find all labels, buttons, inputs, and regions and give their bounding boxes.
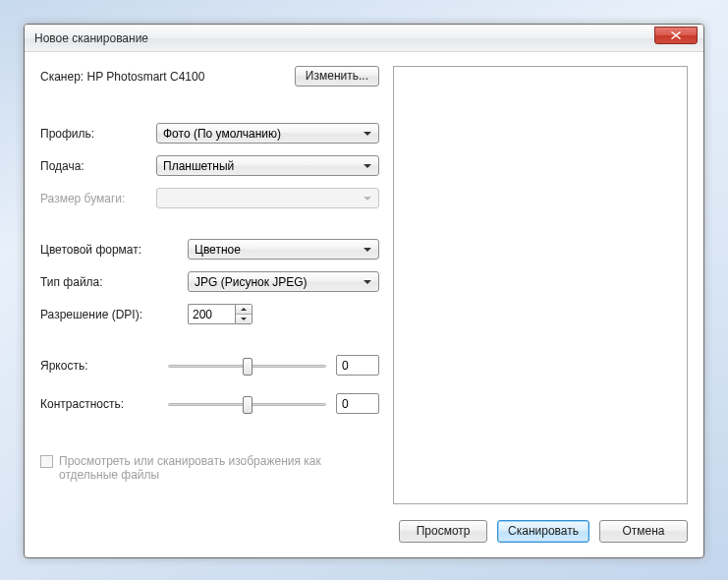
paper-row: Размер бумаги: (40, 188, 379, 208)
spin-down-button[interactable] (236, 314, 252, 323)
profile-value: Фото (По умолчанию) (163, 127, 364, 141)
source-value: Планшетный (163, 159, 364, 173)
titlebar[interactable]: Новое сканирование (25, 25, 703, 52)
divider (40, 224, 379, 225)
resolution-spinner[interactable] (188, 304, 254, 324)
settings-panel: Сканер: HP Photosmart C4100 Изменить... … (40, 66, 379, 504)
chevron-down-icon (364, 132, 371, 136)
spin-up-button[interactable] (236, 305, 252, 314)
separate-files-row: Просмотреть или сканировать изображения … (40, 454, 379, 482)
color-label: Цветовой формат: (40, 243, 188, 257)
scan-dialog: Новое сканирование Сканер: HP Photosmart… (24, 24, 704, 558)
chevron-down-icon (364, 248, 371, 252)
chevron-down-icon (364, 164, 371, 168)
contrast-slider[interactable] (168, 394, 326, 414)
chevron-down-icon (364, 197, 371, 201)
contrast-label: Контрастность: (40, 397, 168, 411)
scanner-label: Сканер: HP Photosmart C4100 (40, 70, 295, 84)
paper-combo (156, 188, 379, 208)
preview-pane[interactable] (393, 66, 688, 504)
paper-label: Размер бумаги: (40, 192, 156, 205)
contrast-value[interactable]: 0 (336, 393, 379, 414)
profile-combo[interactable]: Фото (По умолчанию) (156, 123, 379, 144)
divider (40, 108, 379, 109)
resolution-input[interactable] (188, 304, 235, 324)
contrast-row: Контрастность: 0 (40, 393, 379, 414)
content-area: Сканер: HP Photosmart C4100 Изменить... … (25, 52, 703, 514)
brightness-row: Яркость: 0 (40, 355, 379, 376)
divider (40, 340, 379, 341)
divider (40, 435, 379, 436)
chevron-down-icon (364, 280, 371, 284)
brightness-slider[interactable] (168, 356, 326, 376)
filetype-value: JPG (Рисунок JPEG) (195, 275, 364, 289)
separate-files-checkbox[interactable] (40, 455, 53, 468)
spinner-buttons (235, 304, 252, 324)
brightness-label: Яркость: (40, 359, 168, 373)
source-label: Подача: (40, 159, 156, 173)
scanner-row: Сканер: HP Photosmart C4100 Изменить... (40, 66, 379, 87)
source-row: Подача: Планшетный (40, 155, 379, 176)
cancel-button[interactable]: Отмена (599, 520, 688, 543)
filetype-label: Тип файла: (40, 275, 188, 289)
filetype-combo[interactable]: JPG (Рисунок JPEG) (188, 271, 379, 292)
profile-label: Профиль: (40, 127, 156, 141)
resolution-row: Разрешение (DPI): (40, 304, 379, 324)
filetype-row: Тип файла: JPG (Рисунок JPEG) (40, 271, 379, 292)
profile-row: Профиль: Фото (По умолчанию) (40, 123, 379, 144)
slider-thumb[interactable] (243, 396, 252, 414)
preview-button[interactable]: Просмотр (399, 520, 487, 543)
scan-button[interactable]: Сканировать (497, 520, 589, 543)
separate-files-label: Просмотреть или сканировать изображения … (59, 454, 379, 482)
chevron-up-icon (241, 308, 247, 311)
chevron-down-icon (241, 318, 247, 320)
window-title: Новое сканирование (34, 31, 654, 45)
close-icon (671, 31, 681, 39)
color-row: Цветовой формат: Цветное (40, 239, 379, 260)
source-combo[interactable]: Планшетный (156, 155, 379, 176)
brightness-value[interactable]: 0 (336, 355, 379, 376)
change-scanner-button[interactable]: Изменить... (295, 66, 379, 87)
color-value: Цветное (195, 243, 364, 257)
dialog-footer: Просмотр Сканировать Отмена (25, 514, 703, 557)
slider-thumb[interactable] (243, 358, 252, 376)
resolution-label: Разрешение (DPI): (40, 308, 188, 321)
color-combo[interactable]: Цветное (188, 239, 379, 260)
close-button[interactable] (654, 27, 698, 44)
